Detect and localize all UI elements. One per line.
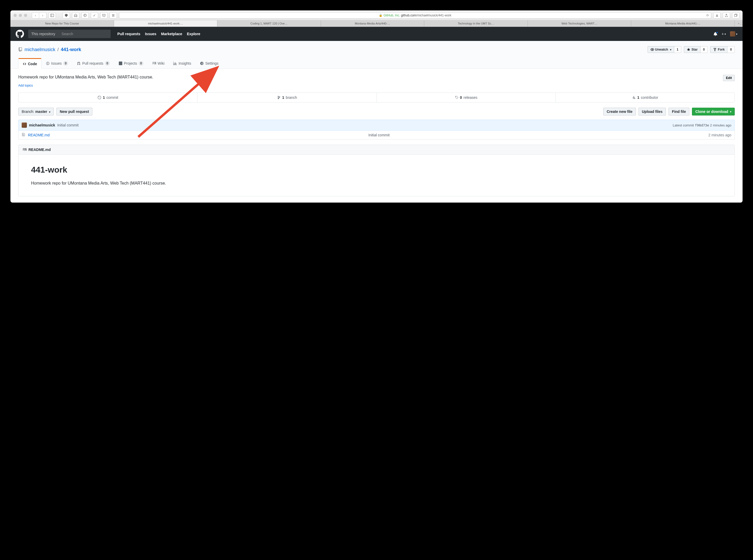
nav-issues[interactable]: Issues [145, 32, 157, 36]
svg-rect-7 [734, 14, 737, 16]
browser-tab[interactable]: Web Technologies, MART… [528, 20, 632, 26]
tab-issues[interactable]: Issues 0 [41, 58, 73, 68]
stat-commits[interactable]: 1 commit [19, 93, 197, 102]
repo-content: Homework repo for UMontana Media Arts, W… [11, 68, 742, 203]
find-file-button[interactable]: Find file [669, 108, 689, 116]
commit-sha[interactable]: f98d73e [695, 123, 709, 127]
star-count[interactable]: 0 [700, 46, 708, 53]
minimize-window[interactable] [19, 14, 22, 17]
repo-stats: 1 commit 1 branch 0 releases 1 contribut… [18, 93, 735, 102]
downloads-icon[interactable] [713, 12, 721, 19]
commit-author[interactable]: michaelmusick [29, 123, 55, 127]
repo-name-link[interactable]: 441-work [61, 47, 81, 53]
add-topics-link[interactable]: Add topics [18, 84, 33, 87]
browser-tab[interactable]: Technology in the UMT Sc… [424, 20, 528, 26]
titlebar: ‹ › ✓ 🔒 GitHub, Inc. github.com /michael… [11, 11, 742, 20]
new-tab-button[interactable]: + [735, 20, 742, 26]
file-name-link[interactable]: README.md [28, 133, 50, 137]
pocket-icon[interactable] [100, 12, 108, 19]
watch-count[interactable]: 1 [674, 46, 681, 53]
stat-branches[interactable]: 1 branch [197, 93, 376, 102]
commit-message[interactable]: Initial commit [57, 123, 79, 127]
readme-filename: README.md [28, 147, 51, 152]
latest-commit-label: Latest commit [673, 123, 694, 127]
svg-point-3 [84, 14, 86, 17]
url-path: /michaelmusick/441-work [416, 14, 451, 17]
nav-pull-requests[interactable]: Pull requests [117, 32, 140, 36]
svg-marker-2 [65, 14, 68, 17]
tab-insights[interactable]: Insights [169, 58, 195, 68]
branch-select[interactable]: Branch: master ▾ [18, 108, 54, 116]
new-pull-request-button[interactable]: New pull request [56, 108, 92, 116]
stat-contributors[interactable]: 1 contributor [556, 93, 734, 102]
star-button[interactable]: Star [684, 46, 700, 53]
upload-files-button[interactable]: Upload files [638, 108, 666, 116]
tab-wiki[interactable]: Wiki [148, 58, 169, 68]
zoom-window[interactable] [24, 14, 27, 17]
edit-button[interactable]: Edit [723, 75, 735, 81]
browser-tab[interactable]: Montana-Media-Arts/441-… [631, 20, 735, 26]
browser-tab[interactable]: New Repo for This Course [11, 20, 114, 26]
stat-releases[interactable]: 0 releases [377, 93, 556, 102]
primary-nav: Pull requests Issues Marketplace Explore [117, 32, 200, 36]
repo-title: michaelmusick / 441-work Unwatch▾ 1 Star [18, 46, 735, 53]
github-logo[interactable] [16, 30, 24, 38]
search-input[interactable] [58, 30, 111, 38]
fork-count[interactable]: 0 [728, 46, 735, 53]
user-menu[interactable]: ▾ [730, 31, 737, 37]
clone-download-button[interactable]: Clone or download▾ [692, 108, 735, 116]
search-scope[interactable]: This repository [28, 30, 58, 38]
back-button[interactable]: ‹ [32, 12, 39, 19]
tabs-icon[interactable] [732, 12, 739, 19]
checkmark-icon[interactable]: ✓ [91, 12, 98, 19]
readme-body: 441-work Homework repo for UMontana Medi… [19, 155, 734, 196]
nav-buttons: ‹ › [32, 12, 46, 19]
close-window[interactable] [14, 14, 17, 17]
browser-tab[interactable]: Montana-Media-Arts/440-… [321, 20, 425, 26]
address-bar[interactable]: 🔒 GitHub, Inc. github.com /michaelmusick… [119, 12, 711, 19]
create-menu[interactable]: +▾ [722, 32, 726, 36]
nav-marketplace[interactable]: Marketplace [161, 32, 182, 36]
tab-projects[interactable]: Projects 0 [114, 58, 148, 68]
reload-icon[interactable]: ⟳ [706, 14, 709, 17]
readme-paragraph: Homework repo for UMontana Media Arts, W… [31, 181, 722, 186]
file-nav: Branch: master ▾ New pull request Create… [18, 108, 735, 116]
adblock-icon[interactable] [63, 12, 70, 19]
create-file-button[interactable]: Create new file [603, 108, 636, 116]
notifications-icon[interactable] [713, 32, 717, 36]
readme-title: 441-work [31, 165, 722, 175]
browser-tabs: New Repo for This Course michaelmusick/4… [11, 20, 742, 27]
notification-dot [716, 31, 718, 34]
tab-code[interactable]: Code [18, 58, 41, 68]
commit-time: 2 minutes ago [710, 123, 731, 127]
repo-header: michaelmusick / 441-work Unwatch▾ 1 Star [11, 41, 742, 68]
browser-tab[interactable]: Coding 1, MART 120 | Ove… [217, 20, 321, 26]
commit-avatar[interactable] [22, 122, 27, 128]
file-icon [22, 133, 25, 137]
repo-icon [18, 47, 22, 52]
reader-icon[interactable] [110, 12, 117, 19]
tab-pull-requests[interactable]: Pull requests 0 [73, 58, 114, 68]
file-time: 2 minutes ago [708, 133, 731, 137]
forward-button[interactable]: › [39, 12, 46, 19]
lock-icon: 🔒 [379, 14, 383, 17]
traffic-lights [14, 14, 27, 17]
avatar [730, 31, 735, 37]
unwatch-button[interactable]: Unwatch▾ [648, 46, 674, 53]
sidebar-toggle-icon[interactable] [49, 12, 56, 19]
repo-description: Homework repo for UMontana Media Arts, W… [18, 75, 723, 80]
library-icon[interactable] [72, 12, 79, 19]
browser-tab[interactable]: michaelmusick/441-work:… [114, 20, 218, 26]
fork-button[interactable]: Fork [710, 46, 728, 53]
share-icon[interactable] [723, 12, 730, 19]
file-commit-message[interactable]: Initial commit [52, 133, 706, 137]
globe-icon[interactable] [81, 12, 89, 19]
repo-owner-link[interactable]: michaelmusick [24, 47, 55, 53]
tab-settings[interactable]: Settings [196, 58, 223, 68]
browser-window: ‹ › ✓ 🔒 GitHub, Inc. github.com /michael… [11, 11, 742, 203]
path-separator: / [57, 47, 59, 53]
header-right: +▾ ▾ [713, 31, 737, 37]
latest-commit-bar: michaelmusick Initial commit Latest comm… [18, 120, 735, 131]
nav-explore[interactable]: Explore [187, 32, 200, 36]
readme-header: README.md [19, 145, 734, 155]
